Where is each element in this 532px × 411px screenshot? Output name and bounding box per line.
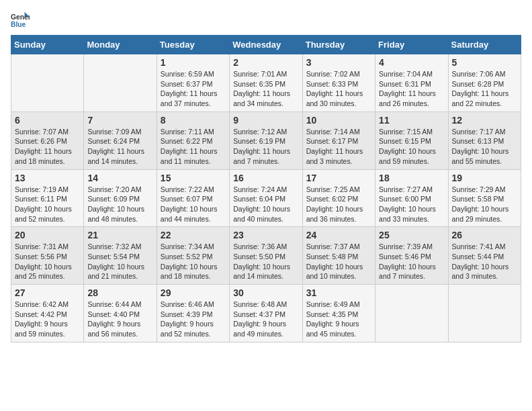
day-info: Sunrise: 7:41 AM Sunset: 5:44 PM Dayligh… [452, 242, 517, 281]
day-cell: 21Sunrise: 7:32 AM Sunset: 5:54 PM Dayli… [84, 227, 157, 285]
week-row-1: 1Sunrise: 6:59 AM Sunset: 6:37 PM Daylig… [11, 54, 521, 112]
col-header-monday: Monday [84, 36, 157, 54]
day-cell: 26Sunrise: 7:41 AM Sunset: 5:44 PM Dayli… [448, 227, 521, 285]
day-info: Sunrise: 7:39 AM Sunset: 5:46 PM Dayligh… [379, 242, 444, 281]
day-cell: 1Sunrise: 6:59 AM Sunset: 6:37 PM Daylig… [157, 54, 229, 112]
day-info: Sunrise: 7:17 AM Sunset: 6:13 PM Dayligh… [452, 127, 517, 167]
svg-text:Blue: Blue [11, 21, 26, 28]
day-info: Sunrise: 7:06 AM Sunset: 6:28 PM Dayligh… [452, 69, 517, 109]
day-cell: 28Sunrise: 6:44 AM Sunset: 4:40 PM Dayli… [84, 285, 157, 342]
day-info: Sunrise: 7:11 AM Sunset: 6:22 PM Dayligh… [161, 127, 226, 167]
day-cell: 5Sunrise: 7:06 AM Sunset: 6:28 PM Daylig… [448, 54, 521, 112]
day-info: Sunrise: 7:25 AM Sunset: 6:02 PM Dayligh… [306, 185, 371, 224]
day-info: Sunrise: 6:59 AM Sunset: 6:37 PM Dayligh… [161, 69, 226, 109]
day-number: 1 [161, 57, 226, 68]
day-number: 11 [379, 115, 444, 126]
day-info: Sunrise: 7:22 AM Sunset: 6:07 PM Dayligh… [161, 185, 226, 224]
day-number: 7 [87, 115, 152, 126]
week-row-2: 6Sunrise: 7:07 AM Sunset: 6:26 PM Daylig… [11, 111, 521, 169]
day-cell: 6Sunrise: 7:07 AM Sunset: 6:26 PM Daylig… [11, 111, 84, 169]
day-number: 5 [452, 57, 517, 68]
day-info: Sunrise: 7:09 AM Sunset: 6:24 PM Dayligh… [87, 127, 152, 167]
col-header-sunday: Sunday [11, 36, 84, 54]
day-number: 12 [452, 115, 517, 126]
day-info: Sunrise: 7:31 AM Sunset: 5:56 PM Dayligh… [15, 242, 80, 281]
day-cell: 17Sunrise: 7:25 AM Sunset: 6:02 PM Dayli… [302, 169, 375, 227]
day-info: Sunrise: 7:12 AM Sunset: 6:19 PM Dayligh… [233, 127, 298, 167]
day-cell: 31Sunrise: 6:49 AM Sunset: 4:35 PM Dayli… [302, 285, 375, 342]
day-cell: 2Sunrise: 7:01 AM Sunset: 6:35 PM Daylig… [230, 54, 302, 112]
week-row-3: 13Sunrise: 7:19 AM Sunset: 6:11 PM Dayli… [11, 169, 521, 227]
day-number: 22 [161, 230, 226, 240]
day-info: Sunrise: 7:32 AM Sunset: 5:54 PM Dayligh… [87, 242, 152, 281]
day-cell: 24Sunrise: 7:37 AM Sunset: 5:48 PM Dayli… [302, 227, 375, 285]
day-info: Sunrise: 6:46 AM Sunset: 4:39 PM Dayligh… [161, 300, 226, 339]
day-info: Sunrise: 6:48 AM Sunset: 4:37 PM Dayligh… [233, 300, 298, 339]
day-cell: 27Sunrise: 6:42 AM Sunset: 4:42 PM Dayli… [11, 285, 84, 342]
col-header-friday: Friday [375, 36, 448, 54]
day-number: 10 [306, 115, 371, 126]
header-row: SundayMondayTuesdayWednesdayThursdayFrid… [11, 36, 521, 54]
day-cell: 18Sunrise: 7:27 AM Sunset: 6:00 PM Dayli… [375, 169, 448, 227]
day-number: 29 [161, 287, 226, 298]
day-info: Sunrise: 7:24 AM Sunset: 6:04 PM Dayligh… [233, 185, 298, 224]
day-number: 30 [233, 287, 298, 298]
day-cell [11, 54, 84, 112]
col-header-tuesday: Tuesday [157, 36, 229, 54]
col-header-thursday: Thursday [302, 36, 375, 54]
day-number: 25 [379, 230, 444, 240]
day-info: Sunrise: 7:34 AM Sunset: 5:52 PM Dayligh… [161, 242, 226, 281]
logo: General Blue [11, 11, 32, 30]
day-cell: 29Sunrise: 6:46 AM Sunset: 4:39 PM Dayli… [157, 285, 229, 342]
day-info: Sunrise: 7:02 AM Sunset: 6:33 PM Dayligh… [306, 69, 371, 109]
day-number: 24 [306, 230, 371, 240]
day-cell: 3Sunrise: 7:02 AM Sunset: 6:33 PM Daylig… [302, 54, 375, 112]
week-row-4: 20Sunrise: 7:31 AM Sunset: 5:56 PM Dayli… [11, 227, 521, 285]
day-info: Sunrise: 7:37 AM Sunset: 5:48 PM Dayligh… [306, 242, 371, 281]
day-cell: 13Sunrise: 7:19 AM Sunset: 6:11 PM Dayli… [11, 169, 84, 227]
day-number: 19 [452, 173, 517, 183]
day-number: 21 [87, 230, 152, 240]
day-cell: 15Sunrise: 7:22 AM Sunset: 6:07 PM Dayli… [157, 169, 229, 227]
day-info: Sunrise: 7:20 AM Sunset: 6:09 PM Dayligh… [87, 185, 152, 224]
day-info: Sunrise: 7:36 AM Sunset: 5:50 PM Dayligh… [233, 242, 298, 281]
day-number: 16 [233, 173, 298, 183]
day-info: Sunrise: 7:07 AM Sunset: 6:26 PM Dayligh… [15, 127, 80, 167]
day-number: 9 [233, 115, 298, 126]
day-number: 8 [161, 115, 226, 126]
day-cell: 12Sunrise: 7:17 AM Sunset: 6:13 PM Dayli… [448, 111, 521, 169]
day-cell: 11Sunrise: 7:15 AM Sunset: 6:15 PM Dayli… [375, 111, 448, 169]
day-number: 18 [379, 173, 444, 183]
day-cell: 25Sunrise: 7:39 AM Sunset: 5:46 PM Dayli… [375, 227, 448, 285]
day-info: Sunrise: 7:29 AM Sunset: 5:58 PM Dayligh… [452, 185, 517, 224]
day-number: 6 [15, 115, 80, 126]
day-info: Sunrise: 7:04 AM Sunset: 6:31 PM Dayligh… [379, 69, 444, 109]
day-cell: 19Sunrise: 7:29 AM Sunset: 5:58 PM Dayli… [448, 169, 521, 227]
day-number: 31 [306, 287, 371, 298]
day-number: 28 [87, 287, 152, 298]
day-number: 20 [15, 230, 80, 240]
day-info: Sunrise: 7:15 AM Sunset: 6:15 PM Dayligh… [379, 127, 444, 167]
day-cell [448, 285, 521, 342]
day-number: 26 [452, 230, 517, 240]
day-number: 27 [15, 287, 80, 298]
day-info: Sunrise: 6:49 AM Sunset: 4:35 PM Dayligh… [306, 300, 371, 339]
week-row-5: 27Sunrise: 6:42 AM Sunset: 4:42 PM Dayli… [11, 285, 521, 342]
day-cell: 4Sunrise: 7:04 AM Sunset: 6:31 PM Daylig… [375, 54, 448, 112]
day-cell [375, 285, 448, 342]
col-header-saturday: Saturday [448, 36, 521, 54]
day-number: 15 [161, 173, 226, 183]
day-cell: 16Sunrise: 7:24 AM Sunset: 6:04 PM Dayli… [230, 169, 302, 227]
day-cell: 30Sunrise: 6:48 AM Sunset: 4:37 PM Dayli… [230, 285, 302, 342]
day-cell: 23Sunrise: 7:36 AM Sunset: 5:50 PM Dayli… [230, 227, 302, 285]
day-cell: 20Sunrise: 7:31 AM Sunset: 5:56 PM Dayli… [11, 227, 84, 285]
day-number: 4 [379, 57, 444, 68]
day-cell: 14Sunrise: 7:20 AM Sunset: 6:09 PM Dayli… [84, 169, 157, 227]
day-info: Sunrise: 7:01 AM Sunset: 6:35 PM Dayligh… [233, 69, 298, 109]
day-number: 23 [233, 230, 298, 240]
day-cell: 22Sunrise: 7:34 AM Sunset: 5:52 PM Dayli… [157, 227, 229, 285]
day-cell: 10Sunrise: 7:14 AM Sunset: 6:17 PM Dayli… [302, 111, 375, 169]
day-number: 3 [306, 57, 371, 68]
day-number: 17 [306, 173, 371, 183]
day-info: Sunrise: 6:42 AM Sunset: 4:42 PM Dayligh… [15, 300, 80, 339]
